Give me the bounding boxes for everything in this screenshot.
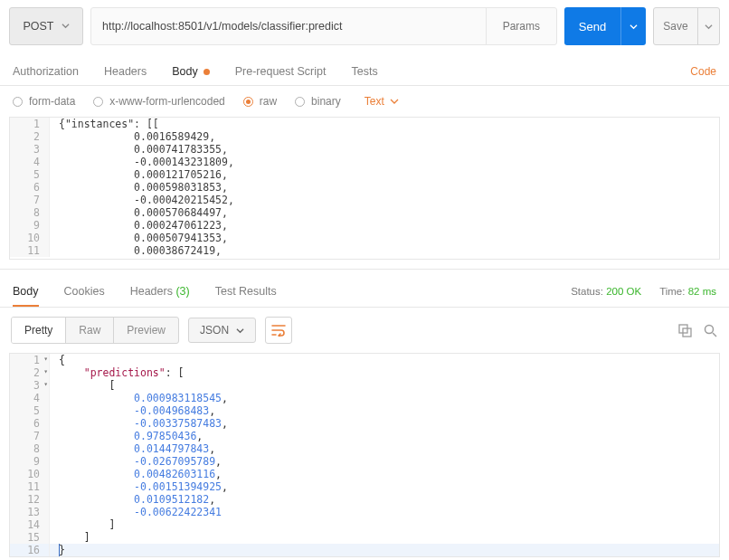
code-line[interactable]: 3 0.000741783355, bbox=[10, 143, 719, 156]
code-line[interactable]: 1{"instances": [[ bbox=[10, 118, 719, 130]
time-value: 82 ms bbox=[688, 286, 716, 297]
code-line[interactable]: 8 0.000570684497, bbox=[10, 206, 719, 219]
response-status: Status: 200 OK Time: 82 ms bbox=[571, 286, 716, 297]
code-line[interactable]: 12 0.0109512182, bbox=[10, 493, 719, 506]
pane-separator[interactable] bbox=[0, 269, 729, 276]
url-box: Params bbox=[90, 7, 557, 45]
headers-count: (3) bbox=[175, 285, 189, 298]
chevron-down-icon bbox=[236, 327, 244, 335]
copy-button[interactable] bbox=[677, 322, 693, 338]
code-line[interactable]: 9 0.000247061223, bbox=[10, 219, 719, 232]
response-tab-strip: Body Cookies Headers (3) Test Results St… bbox=[0, 276, 729, 308]
code-line[interactable]: 1▾{ bbox=[10, 354, 719, 366]
tab-body[interactable]: Body bbox=[172, 58, 210, 85]
radio-urlencoded[interactable]: x-www-form-urlencoded bbox=[93, 95, 224, 108]
tab-headers[interactable]: Headers bbox=[104, 58, 147, 85]
method-label: POST bbox=[23, 20, 53, 33]
code-line[interactable]: 9 -0.0267095789, bbox=[10, 455, 719, 468]
status-value: 200 OK bbox=[606, 286, 641, 297]
save-dropdown[interactable] bbox=[697, 8, 719, 44]
url-input[interactable] bbox=[91, 8, 486, 44]
code-line[interactable]: 7 -0.000420215452, bbox=[10, 194, 719, 206]
code-line[interactable]: 5 0.000121705216, bbox=[10, 168, 719, 181]
code-line[interactable]: 2 0.0016589429, bbox=[10, 130, 719, 143]
chevron-down-icon bbox=[390, 97, 399, 106]
code-line[interactable]: 4 0.000983118545, bbox=[10, 392, 719, 404]
resp-tab-body[interactable]: Body bbox=[13, 276, 39, 307]
code-line[interactable]: 10 0.00482603116, bbox=[10, 468, 719, 480]
code-line[interactable]: 10 0.000507941353, bbox=[10, 232, 719, 244]
svg-point-2 bbox=[705, 325, 713, 333]
chevron-down-icon bbox=[62, 20, 70, 33]
search-icon bbox=[704, 324, 717, 337]
resp-tab-tests[interactable]: Test Results bbox=[215, 276, 277, 307]
code-line[interactable]: 11 0.00038672419, bbox=[10, 244, 719, 257]
code-line[interactable]: 13 -0.00622422341 bbox=[10, 506, 719, 518]
send-dropdown[interactable] bbox=[620, 7, 646, 45]
radio-raw[interactable]: raw bbox=[243, 95, 277, 108]
resp-tab-headers[interactable]: Headers (3) bbox=[130, 276, 190, 307]
code-line[interactable]: 15 ] bbox=[10, 531, 719, 544]
request-bar: POST Params Send Save bbox=[0, 0, 729, 45]
resp-tab-cookies[interactable]: Cookies bbox=[64, 276, 105, 307]
view-preview[interactable]: Preview bbox=[113, 318, 178, 343]
code-line[interactable]: 5 -0.004968483, bbox=[10, 404, 719, 417]
code-line[interactable]: 11 -0.00151394925, bbox=[10, 480, 719, 493]
request-tab-strip: Authorization Headers Body Pre-request S… bbox=[0, 58, 729, 86]
radio-form-data[interactable]: form-data bbox=[13, 95, 75, 108]
response-body-editor[interactable]: 1▾{2▾ "predictions": [3▾ [4 0.0009831185… bbox=[9, 353, 720, 557]
tab-tests[interactable]: Tests bbox=[351, 58, 377, 85]
format-selector[interactable]: JSON bbox=[188, 318, 256, 343]
code-line[interactable]: 14 ] bbox=[10, 518, 719, 531]
wrap-icon bbox=[271, 324, 286, 337]
view-raw[interactable]: Raw bbox=[65, 318, 113, 343]
code-line[interactable]: 3▾ [ bbox=[10, 379, 719, 392]
request-body-editor[interactable]: 1{"instances": [[2 0.0016589429,3 0.0007… bbox=[9, 117, 720, 260]
code-line[interactable]: 7 0.97850436, bbox=[10, 430, 719, 442]
code-line[interactable]: 4 -0.000143231809, bbox=[10, 156, 719, 168]
wrap-lines-button[interactable] bbox=[265, 317, 292, 344]
tab-body-label: Body bbox=[172, 65, 198, 78]
body-type-strip: form-data x-www-form-urlencoded raw bina… bbox=[0, 86, 729, 108]
code-line[interactable]: 6 0.000598031853, bbox=[10, 181, 719, 194]
code-line[interactable]: 2▾ "predictions": [ bbox=[10, 366, 719, 379]
response-toolbar: Pretty Raw Preview JSON bbox=[0, 308, 729, 353]
response-actions bbox=[677, 322, 718, 338]
copy-icon bbox=[678, 324, 692, 337]
tab-authorization[interactable]: Authorization bbox=[13, 58, 79, 85]
code-line[interactable]: 16} bbox=[10, 544, 719, 556]
unsaved-dot-icon bbox=[204, 69, 210, 75]
method-selector[interactable]: POST bbox=[9, 7, 83, 45]
raw-type-selector[interactable]: Text bbox=[364, 95, 399, 108]
code-line[interactable]: 6 -0.00337587483, bbox=[10, 417, 719, 430]
save-button[interactable]: Save bbox=[654, 8, 697, 44]
tab-prerequest[interactable]: Pre-request Script bbox=[235, 58, 327, 85]
code-link[interactable]: Code bbox=[690, 58, 716, 85]
view-pretty[interactable]: Pretty bbox=[12, 318, 65, 343]
search-button[interactable] bbox=[702, 322, 718, 338]
save-button-group: Save bbox=[653, 7, 720, 45]
code-line[interactable]: 8 0.0144797843, bbox=[10, 442, 719, 455]
view-mode-group: Pretty Raw Preview bbox=[11, 317, 179, 344]
send-button-group: Send bbox=[564, 7, 646, 45]
params-button[interactable]: Params bbox=[486, 8, 556, 44]
send-button[interactable]: Send bbox=[564, 7, 620, 45]
radio-binary[interactable]: binary bbox=[295, 95, 341, 108]
